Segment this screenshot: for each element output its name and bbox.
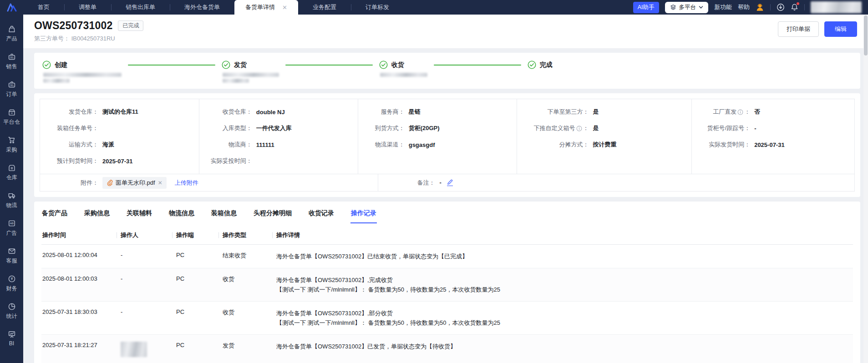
topbar-tab-4[interactable]: 海外仓备货单 [170,0,234,15]
info-field-value: 测试的仓库11 [102,108,138,116]
info-label-text: 装箱任务单号： [57,124,98,132]
sidebar-item-product[interactable]: 产品 [0,20,23,48]
topbar-tab-3[interactable]: 销售出库单 [111,0,170,15]
topbar-tab-1[interactable]: 首页 [23,0,64,15]
attachment-file-name: 面单无水印.pdf [116,179,155,187]
redacted-text [43,79,70,83]
remark-label: 备注： [381,179,435,187]
tab-头程分摊明细[interactable]: 头程分摊明细 [253,203,292,223]
sidebar-item-label: BI [9,340,14,347]
help-link[interactable]: 帮助 [738,3,750,11]
progress-steps-card: 创建发货收货完成 [34,53,860,89]
ad-icon: AD [8,219,16,227]
sidebar-item-orders[interactable]: SEL订单 [0,76,23,103]
tab-物流信息[interactable]: 物流信息 [168,203,195,223]
svg-text:AD: AD [10,222,14,225]
table-header-row: 操作时间操作人操作端操作类型操作详情 [41,226,853,245]
sidebar-item-warehouse[interactable]: 仓库 [0,159,23,187]
info-field: 入库类型：一件代发入库 [202,120,355,136]
sidebar-item-logistics[interactable]: 物流 [0,187,23,214]
info-field-value: 海派 [102,141,114,149]
column-header: 操作详情 [275,226,853,245]
remove-attachment-icon[interactable]: ✕ [158,180,162,186]
info-circle-icon[interactable] [576,126,582,131]
step-4: 完成 [528,60,553,83]
cell-time: 2025-08-01 12:00:03 [41,268,120,302]
sidebar-item-customer-service[interactable]: 客服 [0,242,23,270]
info-label-text: 下单至第三方： [548,108,589,116]
svg-text:¥: ¥ [10,277,13,281]
cart-icon [8,136,16,144]
sidebar-item-label: 物流 [6,202,17,209]
tab-操作记录[interactable]: 操作记录 [350,203,377,223]
info-field: 下单至第三方：是 [520,104,689,120]
sidebar-item-label: 财务 [6,285,17,292]
download-icon[interactable] [777,3,785,11]
sidebar-item-label: 广告 [6,229,17,237]
info-circle-icon[interactable] [737,109,743,115]
edit-remark-icon[interactable] [447,179,453,187]
attachment-file-chip[interactable]: 面单无水印.pdf ✕ [102,177,167,189]
step-redacted-info [380,73,427,77]
sidebar-item-bi[interactable]: BI [0,325,23,352]
sidebar-item-finance[interactable]: ¥财务 [0,270,23,297]
customer-support-icon[interactable] [756,3,764,12]
info-label-colon: ： [744,108,750,116]
redacted-text [43,73,122,77]
step-label: 发货 [234,61,247,69]
scrollbar-thumb[interactable] [864,15,868,55]
sidebar-item-purchase[interactable]: 采购 [0,131,23,159]
info-field: 装箱任务单号： [43,120,196,136]
cell-time: 2025-07-31 18:30:03 [41,302,120,335]
topbar-tab-5[interactable]: 备货单详情✕ [234,0,298,15]
tab-采购信息[interactable]: 采购信息 [84,203,110,223]
multi-platform-button[interactable]: 多平台 [665,2,709,13]
step-check-icon [222,60,230,69]
ai-assistant-button[interactable]: AI助手 [633,2,659,13]
close-tab-icon[interactable]: ✕ [282,5,287,10]
sidebar-item-platform-warehouse[interactable]: 平台仓 [0,103,23,131]
column-header: 操作时间 [41,226,120,245]
step-check-icon [379,60,388,69]
cell-terminal: PC [175,245,222,268]
tab-关联辅料[interactable]: 关联辅料 [126,203,152,223]
progress-steps: 创建发货收货完成 [42,60,553,83]
info-label-text: 发货仓库： [69,108,98,116]
edit-button[interactable]: 编辑 [824,21,857,37]
upload-attachment-link[interactable]: 上传附件 [175,179,198,187]
detail-line: 【测试一下 测试一下/mlnlmnll】： 备货数量为50，待收数量为50，本次… [276,318,849,328]
info-field: 下推自定义箱号：是 [520,120,689,136]
step-redacted-info [43,73,122,83]
third-party-number: IB004250731RU [71,35,115,42]
topbar-tab-7[interactable]: 订单标发 [351,0,404,15]
info-field: 运输方式：海派 [43,136,196,153]
info-label-text: 预计到货时间： [57,157,98,165]
logo-icon [7,3,17,12]
topbar-tab-6[interactable]: 业务配置 [298,0,351,15]
print-document-button[interactable]: 打印单据 [778,21,819,37]
new-features-link[interactable]: 新功能 [714,3,732,11]
attachment-row: 附件： 面单无水印.pdf ✕ 上传附件 备注： - [40,174,854,191]
app-logo[interactable] [0,0,23,15]
notification-bell-icon[interactable] [791,3,798,11]
info-field: 服务商：星链 [361,104,514,120]
tab-收货记录[interactable]: 收货记录 [308,203,335,223]
tab-备货产品[interactable]: 备货产品 [41,203,68,223]
info-field-label: 发货仓库： [43,108,98,116]
info-label-text: 运输方式： [69,141,98,149]
info-field: 预计到货时间：2025-07-31 [43,153,196,169]
info-label-text: 到货方式： [375,124,405,132]
info-field-label: 实际发货时间： [695,141,750,149]
topbar-tab-label: 销售出库单 [126,3,155,11]
box-icon [8,164,16,172]
sidebar-item-statistics[interactable]: 统计 [0,297,23,325]
sidebar-item-sales[interactable]: SEL销售 [0,48,23,76]
info-field-value: double NJ [256,109,285,116]
sidebar-item-ads[interactable]: AD广告 [0,214,23,242]
step-head: 发货 [222,60,279,69]
order-info-card: 发货仓库：测试的仓库11装箱任务单号：运输方式：海派预计到货时间：2025-07… [34,93,860,197]
tab-装箱信息[interactable]: 装箱信息 [211,203,237,223]
cell-operator: - [120,268,175,302]
topbar-tab-2[interactable]: 调整单 [64,0,111,15]
step-connector-line [128,65,215,66]
